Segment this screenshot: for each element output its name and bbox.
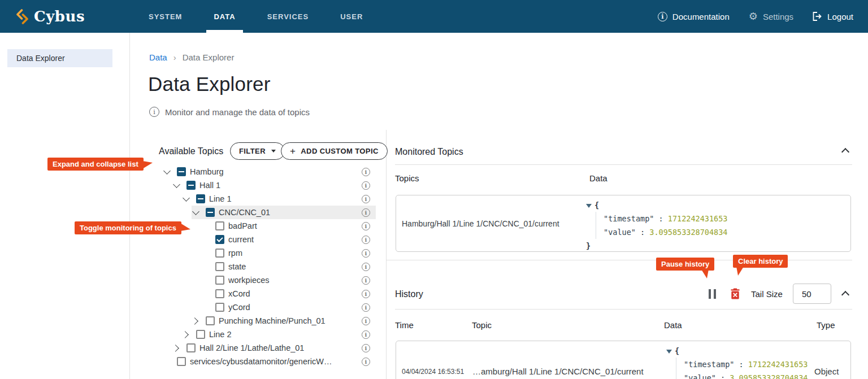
documentation-link[interactable]: Documentation	[658, 12, 730, 21]
json-collapse-caret-icon[interactable]	[586, 204, 592, 208]
history-row: 04/04/2024 16:53:51 …amburg/Hall 1/Line …	[396, 341, 851, 379]
info-icon[interactable]	[362, 263, 370, 271]
callout-clear-history: Clear history	[733, 255, 788, 268]
info-icon[interactable]	[362, 330, 370, 339]
nav-tab-data[interactable]: DATA	[214, 0, 235, 33]
json-entry: "value" : 3.095853328704834	[604, 225, 727, 239]
callout-expand-collapse: Expand and collapse list	[47, 158, 144, 171]
tail-size-label: Tail Size	[751, 289, 783, 299]
chevron-down-icon[interactable]	[173, 181, 180, 188]
topic-checkbox[interactable]	[206, 208, 215, 217]
topic-label[interactable]: services/cybusdatamonitor/genericW…	[190, 357, 332, 366]
chevron-down-icon[interactable]	[192, 208, 199, 215]
collapse-history-icon[interactable]	[841, 291, 849, 299]
topic-label[interactable]: yCord	[228, 303, 250, 312]
topic-checkbox[interactable]	[215, 221, 224, 230]
info-icon[interactable]	[362, 208, 370, 217]
history-topic-path: …amburg/Hall 1/Line 1/CNC/CNC_01/current	[472, 367, 644, 376]
clear-history-button[interactable]	[730, 288, 740, 302]
topic-label[interactable]: xCord	[228, 289, 250, 298]
tree-row: badPart	[163, 219, 376, 233]
logout-label: Logout	[827, 12, 853, 21]
sidebar-item-data-explorer[interactable]: Data Explorer	[7, 49, 112, 67]
topic-checkbox[interactable]	[206, 316, 215, 325]
column-header-topic: Topic	[472, 320, 492, 330]
info-icon[interactable]	[362, 317, 370, 325]
topic-checkbox[interactable]	[215, 276, 224, 285]
breadcrumb-link-data[interactable]: Data	[149, 53, 167, 62]
topic-label[interactable]: workpieces	[228, 276, 270, 285]
info-icon[interactable]	[362, 249, 370, 258]
topic-label[interactable]: Line 1	[209, 194, 232, 203]
tree-row: state	[163, 260, 376, 273]
filter-button-label: FILTER	[239, 147, 266, 155]
tree-row: services/cybusdatamonitor/genericW…	[163, 355, 376, 368]
add-custom-topic-button[interactable]: ADD CUSTOM TOPIC	[281, 142, 388, 160]
chevron-right-icon[interactable]	[191, 317, 198, 325]
caret-down-icon	[271, 150, 276, 153]
topic-label[interactable]: Hall 2/Line 1/Lathe/Lathe_01	[199, 343, 304, 352]
topic-label[interactable]: Hamburg	[190, 167, 224, 176]
tree-row: Hamburg	[163, 165, 376, 178]
topic-label[interactable]: current	[228, 235, 254, 244]
topic-checkbox[interactable]	[215, 262, 224, 271]
info-icon[interactable]	[362, 358, 370, 366]
tree-row: yCord	[163, 300, 376, 314]
logout-link[interactable]: Logout	[813, 12, 853, 21]
topic-label[interactable]: Hall 1	[199, 181, 220, 190]
info-icon[interactable]	[362, 222, 370, 230]
tree-row: Hall 2/Line 1/Lathe/Lathe_01	[163, 341, 376, 355]
chevron-right-icon[interactable]	[181, 331, 189, 338]
page-title: Data Explorer	[148, 73, 271, 95]
topics-tree: HamburgHall 1Line 1CNC/CNC_01badPartcurr…	[163, 165, 376, 368]
nav-tab-services[interactable]: SERVICES	[267, 0, 309, 33]
topic-checkbox[interactable]	[215, 303, 224, 312]
topic-checkbox[interactable]	[215, 249, 224, 258]
tree-row: Punching Machine/Punch_01	[163, 314, 376, 328]
topic-label[interactable]: Line 2	[209, 330, 232, 339]
cybus-logo-icon	[16, 9, 29, 24]
chevron-right-icon[interactable]	[172, 345, 179, 352]
topic-checkbox[interactable]	[215, 235, 224, 244]
chevron-down-icon[interactable]	[183, 194, 190, 202]
history-time: 04/04/2024 16:53:51	[402, 368, 464, 376]
info-icon[interactable]	[362, 290, 370, 298]
tree-row: Hall 1	[163, 178, 376, 192]
nav-tab-user[interactable]: USER	[340, 0, 363, 33]
info-icon[interactable]	[362, 236, 370, 244]
collapse-monitored-icon[interactable]	[841, 148, 849, 156]
topic-checkbox[interactable]	[177, 167, 186, 176]
topic-checkbox[interactable]	[186, 181, 196, 190]
chevron-down-icon[interactable]	[163, 167, 171, 175]
brand-logo[interactable]: Cybus	[16, 0, 85, 33]
main-nav: SYSTEMDATASERVICESUSER	[149, 0, 363, 33]
filter-button[interactable]: FILTER	[230, 142, 285, 160]
info-icon[interactable]	[362, 344, 370, 352]
topic-checkbox[interactable]	[196, 330, 205, 339]
info-icon[interactable]	[362, 181, 370, 190]
settings-link[interactable]: ⚙ Settings	[749, 11, 793, 21]
plus-icon	[290, 146, 296, 156]
nav-tab-system[interactable]: SYSTEM	[149, 0, 182, 33]
json-collapse-caret-icon[interactable]	[666, 350, 672, 354]
topic-label[interactable]: badPart	[228, 221, 257, 230]
topic-label[interactable]: Punching Machine/Punch_01	[219, 316, 326, 325]
topic-checkbox[interactable]	[215, 289, 224, 298]
topic-label[interactable]: CNC/CNC_01	[219, 208, 270, 217]
topic-label[interactable]: state	[228, 262, 246, 271]
topic-checkbox[interactable]	[186, 343, 196, 352]
topic-checkbox[interactable]	[196, 194, 205, 203]
breadcrumb-separator-icon	[173, 53, 176, 62]
pause-history-button[interactable]	[709, 289, 716, 299]
info-icon[interactable]	[362, 168, 370, 176]
info-icon[interactable]	[362, 303, 370, 312]
info-icon[interactable]	[362, 195, 370, 203]
json-entry: "timestamp" : 1712242431653	[684, 358, 808, 371]
tail-size-input[interactable]	[793, 284, 831, 304]
column-header-data: Data	[664, 320, 682, 330]
info-icon[interactable]	[362, 276, 370, 285]
topic-checkbox[interactable]	[177, 357, 186, 366]
tree-row: workpieces	[163, 273, 376, 287]
topic-label[interactable]: rpm	[228, 249, 242, 258]
logout-icon	[813, 12, 822, 21]
